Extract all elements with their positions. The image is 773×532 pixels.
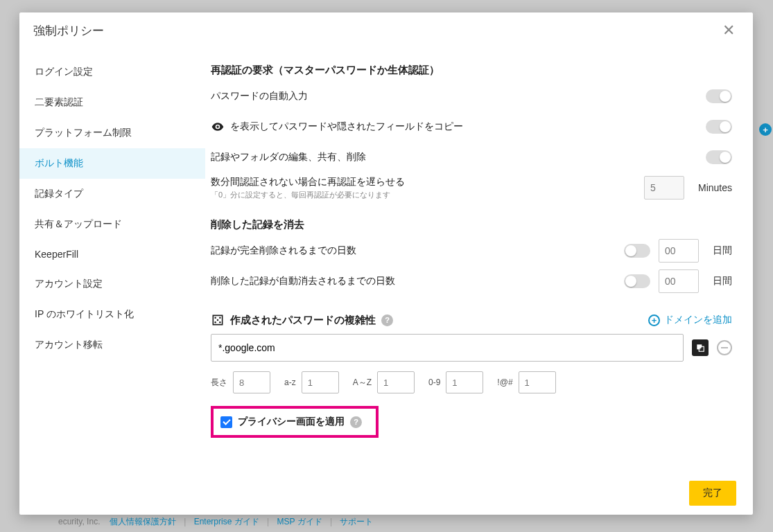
row-reveal: を表示してパスワードや隠されたフィールドをコピー [211,112,732,142]
sidebar-item-vault[interactable]: ボルト機能 [19,148,205,179]
param-upper-input[interactable] [377,371,415,393]
complexity-params: 長さ a-z A～Z 0-9 [211,371,732,393]
add-domain-label: ドメインを追加 [664,314,732,326]
purge-auto-unit: 日間 [713,275,732,287]
reauth-delay-labels: 数分間認証されない場合に再認証を遅らせる 「0」分に設定すると、毎回再認証が必要… [211,176,405,200]
svg-point-3 [214,321,216,323]
row-reveal-text: を表示してパスワードや隠されたフィールドをコピー [230,121,463,133]
enforcement-policy-modal: 強制ポリシー ✕ ログイン設定 二要素認証 プラットフォーム制限 ボルト機能 記… [19,12,753,515]
privacy-screen-label: プライバシー画面を適用 [238,416,345,428]
content-wrap: 再認証の要求（マスターパスワードか生体認証） パスワードの自動入力 を表示してパ… [205,48,753,515]
sidebar-item-transfer[interactable]: アカウント移転 [19,330,205,360]
purge-auto-label: 削除した記録が自動消去されるまでの日数 [211,275,395,287]
purge-permanent-label: 記録が完全削除されるまでの日数 [211,245,356,257]
purge-heading: 削除した記録を消去 [211,218,732,231]
privacy-screen-checkbox[interactable] [220,416,232,428]
sidebar-item-label: プラットフォーム制限 [35,127,132,138]
add-domain-button[interactable]: + ドメインを追加 [648,314,732,326]
help-icon[interactable]: ? [350,416,362,428]
purge-permanent-unit: 日間 [713,245,732,257]
done-button-label: 完了 [703,487,722,498]
close-button[interactable]: ✕ [718,20,739,41]
toggle-edit[interactable] [706,150,732,164]
row-edit: 記録やフォルダの編集、共有、削除 [211,142,732,172]
policy-sidebar: ログイン設定 二要素認証 プラットフォーム制限 ボルト機能 記録タイプ 共有＆ア… [19,48,205,515]
purge-permanent-input[interactable] [659,239,699,263]
sidebar-item-label: 共有＆アップロード [35,218,122,229]
sidebar-item-ipwhitelist[interactable]: IP のホワイトリスト化 [19,299,205,330]
sidebar-item-recordtype[interactable]: 記録タイプ [19,179,205,209]
sidebar-item-keeperfill[interactable]: KeeperFill [19,240,205,269]
param-digit-label: 0-9 [428,378,440,387]
duplicate-icon [695,343,705,353]
reauth-delay-unit: Minutes [698,182,732,193]
param-length-label: 長さ [211,377,227,389]
sidebar-item-account[interactable]: アカウント設定 [19,269,205,299]
param-lower-label: a-z [284,378,296,387]
privacy-screen-highlight: プライバシー画面を適用 ? [211,406,379,438]
param-length-input[interactable] [233,371,270,393]
close-icon: ✕ [722,21,735,39]
duplicate-button[interactable] [692,339,709,356]
svg-point-1 [219,317,221,319]
row-purge-auto: 削除した記録が自動消去されるまでの日数 日間 [211,266,732,296]
domain-row [211,334,732,362]
sidebar-item-label: ボルト機能 [35,157,83,168]
modal-body: ログイン設定 二要素認証 プラットフォーム制限 ボルト機能 記録タイプ 共有＆ア… [19,48,753,515]
sidebar-item-login[interactable]: ログイン設定 [19,57,205,87]
help-icon[interactable]: ? [381,314,393,326]
param-symbol-input[interactable] [519,371,556,393]
plus-circle-icon: + [648,314,660,326]
row-purge-permanent: 記録が完全削除されるまでの日数 日間 [211,236,732,266]
sidebar-item-2fa[interactable]: 二要素認証 [19,87,205,118]
toggle-purge-permanent[interactable] [624,244,650,258]
row-reveal-label: を表示してパスワードや隠されたフィールドをコピー [211,120,463,134]
row-autofill-label: パスワードの自動入力 [211,90,308,103]
modal-header: 強制ポリシー ✕ [19,12,753,48]
sidebar-item-label: IP のホワイトリスト化 [35,308,134,319]
remove-domain-button[interactable] [717,340,732,355]
reauth-delay-label: 数分間認証されない場合に再認証を遅らせる [211,176,405,188]
row-reauth-delay: 数分間認証されない場合に再認証を遅らせる 「0」分に設定すると、毎回再認証が必要… [211,172,732,203]
reauth-heading: 再認証の要求（マスターパスワードか生体認証） [211,64,732,77]
complexity-heading: 作成されたパスワードの複雑性 [230,314,376,327]
sidebar-item-label: アカウント移転 [35,339,103,350]
row-edit-label: 記録やフォルダの編集、共有、削除 [211,151,366,163]
sidebar-item-platform[interactable]: プラットフォーム制限 [19,118,205,148]
param-lower-input[interactable] [302,371,339,393]
content-scroll[interactable]: 再認証の要求（マスターパスワードか生体認証） パスワードの自動入力 を表示してパ… [205,48,753,472]
sidebar-item-label: 二要素認証 [35,96,83,107]
toggle-purge-auto[interactable] [624,274,650,288]
modal-footer: 完了 [205,472,753,515]
toggle-reveal[interactable] [706,120,732,134]
complexity-header: 作成されたパスワードの複雑性 ? + ドメインを追加 [211,313,732,327]
purge-auto-input[interactable] [659,269,699,293]
done-button[interactable]: 完了 [689,481,736,506]
sidebar-item-label: 記録タイプ [35,188,83,199]
reauth-delay-sub: 「0」分に設定すると、毎回再認証が必要になります [211,190,405,200]
svg-point-2 [217,319,219,321]
sidebar-item-label: KeeperFill [35,249,78,260]
sidebar-item-label: アカウント設定 [35,278,103,289]
param-upper-label: A～Z [353,377,372,389]
toggle-autofill[interactable] [706,89,732,103]
dice-icon [211,313,225,327]
sidebar-item-label: ログイン設定 [35,66,93,77]
reauth-delay-input[interactable] [644,176,684,200]
modal-title: 強制ポリシー [33,23,104,39]
svg-point-4 [219,321,221,323]
svg-point-0 [214,317,216,319]
domain-input[interactable] [211,334,684,362]
row-autofill: パスワードの自動入力 [211,81,732,112]
param-symbol-label: !@# [497,378,512,387]
eye-icon [211,120,225,134]
param-digit-input[interactable] [446,371,483,393]
sidebar-item-sharing[interactable]: 共有＆アップロード [19,209,205,240]
